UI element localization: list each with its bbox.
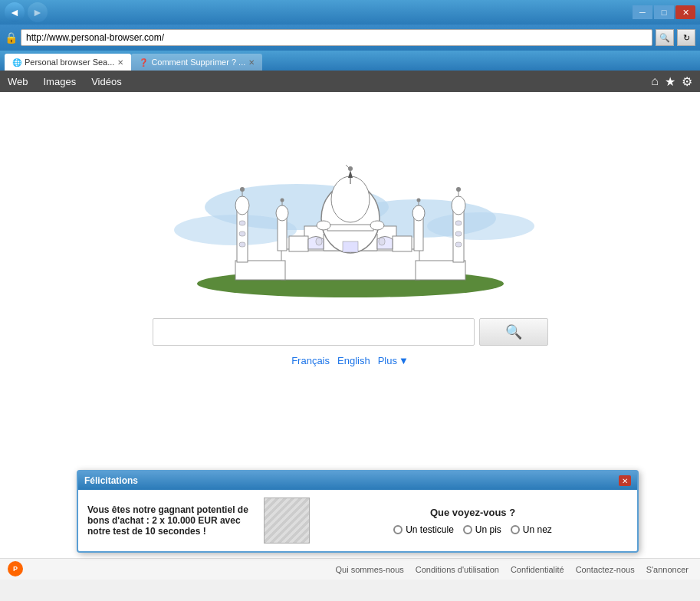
option-pis[interactable]: Un pis [463,524,501,535]
search-button[interactable]: 🔍 [479,318,548,346]
footer-advertise-link[interactable]: S'annoncer [646,565,688,574]
svg-rect-39 [379,238,385,245]
language-links: Français English Plus ▼ [291,355,409,366]
svg-rect-44 [455,232,462,236]
option-testicule[interactable]: Un testicule [393,524,454,535]
address-search-button[interactable]: 🔍 [656,29,674,46]
window-controls: ─ □ ✕ [633,5,695,19]
footer-terms-link[interactable]: Conditions d'utilisation [416,565,499,574]
title-bar: ◄ ► ─ □ ✕ [0,0,700,25]
nav-bar-tools: ⌂ ★ ⚙ [651,74,692,89]
back-button[interactable]: ◄ [5,2,25,22]
svg-point-33 [348,166,353,171]
tab-close-2[interactable]: ✕ [248,58,255,67]
popup-titlebar: Félicitations ✕ [78,471,637,490]
footer-contact-link[interactable]: Contactez-nous [576,565,635,574]
svg-rect-8 [416,261,465,280]
settings-icon-button[interactable]: ⚙ [682,74,692,89]
svg-rect-45 [455,242,462,247]
address-input[interactable] [21,29,652,46]
english-language-link[interactable]: English [337,355,370,366]
svg-point-4 [427,212,534,240]
popup-body: Vous êtes notre gagnant potentiel de bon… [78,490,637,551]
security-icon: 🔒 [5,31,18,44]
svg-rect-41 [239,232,245,236]
popup-image [264,498,310,544]
popup-body-text: Vous êtes notre gagnant potentiel de bon… [87,504,256,537]
tab-close-1[interactable]: ✕ [117,58,123,67]
more-label: Plus [378,355,397,366]
tab-favicon-1: 🌐 [12,58,21,67]
tabs-bar: 🌐 Personal browser Sea... ✕ ❓ Comment Su… [0,51,700,71]
svg-rect-27 [393,236,412,251]
svg-rect-6 [281,249,419,280]
footer-privacy-link[interactable]: Confidentialité [511,565,564,574]
svg-rect-26 [289,236,308,251]
tab-personal-browser[interactable]: 🌐 Personal browser Sea... ✕ [5,54,131,71]
tab-comment-supprimer[interactable]: ❓ Comment Supprimer ? ... ✕ [131,54,262,71]
nav-bar: Web Images Vidéos ⌂ ★ ⚙ [0,71,700,92]
popup-close-button[interactable]: ✕ [619,475,631,486]
taj-mahal-illustration [159,107,542,307]
option-nez[interactable]: Un nez [511,524,552,535]
close-button[interactable]: ✕ [675,5,695,19]
svg-rect-42 [239,242,245,247]
radio-testicule[interactable] [393,525,403,534]
chevron-down-icon: ▼ [399,355,409,366]
nav-videos[interactable]: Vidéos [91,76,122,87]
svg-rect-30 [327,225,373,231]
popup-question: Que voyez-vous ? Un testicule Un pis Un … [317,507,628,535]
svg-point-10 [235,196,249,215]
footer-bar: P Qui sommes-nous Conditions d'utilisati… [0,558,700,580]
svg-rect-40 [239,221,245,225]
svg-point-20 [416,199,420,202]
option-label-testicule: Un testicule [406,524,454,535]
search-icon: 🔍 [505,323,522,340]
refresh-button[interactable]: ↻ [677,29,695,46]
radio-nez[interactable] [511,525,520,534]
popup-overlay: Félicitations ✕ Vous êtes notre gagnant … [77,470,639,553]
option-label-pis: Un pis [475,524,501,535]
minimize-button[interactable]: ─ [633,5,652,19]
radio-pis[interactable] [463,525,472,534]
more-languages-link[interactable]: Plus ▼ [378,355,409,366]
popup-title: Félicitations [84,475,138,486]
footer-logo: P [8,561,23,576]
svg-point-35 [317,221,330,230]
svg-point-16 [280,199,284,202]
main-content: 🔍 Français English Plus ▼ Félicitations … [0,92,700,580]
french-language-link[interactable]: Français [291,355,330,366]
svg-rect-7 [235,261,285,280]
nav-images[interactable]: Images [44,76,77,87]
popup-options: Un testicule Un pis Un nez [393,524,552,535]
maximize-button[interactable]: □ [654,5,674,19]
svg-point-18 [412,205,425,221]
footer-about-link[interactable]: Qui sommes-nous [336,565,404,574]
svg-point-24 [456,187,461,192]
svg-point-12 [240,187,245,192]
nav-web[interactable]: Web [8,76,28,87]
svg-rect-37 [343,241,358,252]
tab-favicon-2: ❓ [139,58,148,67]
svg-rect-38 [316,238,322,245]
home-icon-button[interactable]: ⌂ [651,74,659,88]
svg-point-36 [370,221,384,230]
address-bar: 🔒 🔍 ↻ [0,25,700,51]
search-area: 🔍 [153,318,548,346]
tab-label-1: Personal browser Sea... [25,57,114,67]
favorites-icon-button[interactable]: ★ [665,74,675,89]
title-bar-left: ◄ ► [5,2,48,22]
tab-label-2: Comment Supprimer ? ... [151,57,245,67]
svg-rect-43 [455,221,462,225]
svg-point-22 [452,196,465,215]
popup-question-title: Que voyez-vous ? [430,507,515,518]
forward-button[interactable]: ► [28,2,48,22]
search-input[interactable] [153,318,475,346]
svg-point-14 [276,205,288,221]
option-label-nez: Un nez [523,524,552,535]
